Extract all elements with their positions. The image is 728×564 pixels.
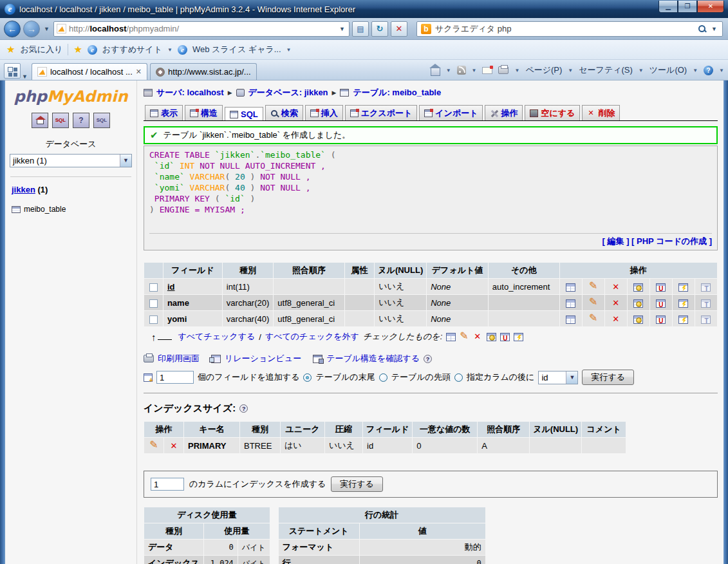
address-dropdown-icon[interactable]: ▼ — [338, 26, 346, 32]
favorites-star-icon[interactable]: ★ — [6, 44, 15, 55]
history-dropdown-icon[interactable]: ▼ — [42, 26, 51, 32]
rss-icon[interactable] — [457, 66, 466, 75]
browse-icon[interactable] — [566, 315, 575, 324]
address-bar[interactable]: http://localhost/phpmyadmin/ ▼ — [53, 21, 350, 37]
safety-caret[interactable]: ▼ — [639, 68, 644, 73]
rss-caret[interactable]: ▼ — [472, 68, 477, 73]
tab-close-icon[interactable]: ✕ — [136, 68, 142, 76]
tab-sql[interactable]: SQL — [225, 107, 263, 120]
change-icon[interactable] — [588, 281, 599, 292]
tab-search[interactable]: 検索 — [265, 105, 303, 120]
tab-export[interactable]: エクスポート — [345, 105, 418, 120]
database-select[interactable]: jikken (1) ▼ — [10, 154, 132, 167]
primary-key-icon[interactable] — [633, 283, 643, 292]
index-icon[interactable] — [678, 299, 688, 308]
maximize-button[interactable]: ❐ — [678, 1, 697, 13]
print-caret[interactable]: ▼ — [514, 68, 519, 73]
change-icon[interactable] — [588, 297, 599, 308]
check-all-link[interactable]: すべてチェックする — [178, 331, 256, 343]
tab-import[interactable]: インポート — [419, 105, 483, 120]
suggested-sites-caret[interactable]: ▼ — [167, 47, 173, 53]
home-caret[interactable]: ▼ — [446, 68, 451, 73]
primary-key-icon[interactable] — [633, 315, 643, 324]
drop-index-icon[interactable] — [169, 442, 178, 451]
home-icon[interactable] — [431, 68, 440, 76]
select-arrow-icon[interactable]: ▼ — [120, 155, 131, 167]
back-button[interactable]: ← — [4, 21, 21, 37]
drop-icon[interactable] — [611, 315, 621, 324]
row-checkbox[interactable] — [149, 283, 158, 292]
row-checkbox[interactable] — [149, 315, 158, 324]
add-field-count-input[interactable] — [156, 371, 194, 384]
edit-index-icon[interactable] — [149, 440, 159, 451]
relation-view-link[interactable]: リレーションビュー — [225, 353, 301, 364]
breadcrumb-server[interactable]: サーバ: localhost — [156, 87, 224, 99]
column-select[interactable]: id ▼ — [538, 371, 578, 384]
tab-drop[interactable]: 削除 — [582, 105, 620, 120]
radio-after-column-label[interactable]: 指定カラムの後に — [467, 371, 535, 383]
change-icon[interactable] — [588, 314, 599, 324]
tools-caret[interactable]: ▼ — [693, 68, 698, 73]
breadcrumb-database[interactable]: データベース: jikken — [248, 87, 328, 99]
page-caret[interactable]: ▼ — [568, 68, 573, 73]
compatibility-view-button[interactable]: ▤ — [352, 21, 369, 37]
primary-key-icon[interactable] — [633, 299, 643, 308]
row-checkbox[interactable] — [149, 299, 158, 308]
print-view-link[interactable]: 印刷用画面 — [158, 353, 200, 364]
tab-browse[interactable]: 表示 — [145, 105, 183, 120]
drop-icon[interactable] — [474, 332, 483, 341]
tab-empty[interactable]: 空にする — [525, 105, 580, 120]
forward-button[interactable]: → — [23, 21, 40, 37]
go-button[interactable]: 実行する — [331, 476, 383, 492]
webslice-caret[interactable]: ▼ — [286, 47, 292, 53]
change-icon[interactable] — [460, 332, 470, 342]
add-favorite-icon[interactable]: ★ — [73, 44, 82, 55]
mail-icon[interactable] — [482, 67, 492, 74]
pma-help-button[interactable]: ? — [73, 113, 89, 128]
select-arrow-icon[interactable]: ▼ — [566, 371, 577, 384]
suggested-sites-button[interactable]: おすすめサイト — [102, 44, 162, 55]
tab-structure[interactable]: 構造 — [185, 105, 223, 120]
page-menu[interactable]: ページ(P) — [525, 64, 562, 76]
browse-icon[interactable] — [566, 283, 575, 292]
create-php-code-link[interactable]: [ PHP コードの作成 ] — [631, 236, 712, 246]
drop-icon[interactable] — [611, 283, 621, 292]
safety-menu[interactable]: セーフティ(S) — [579, 64, 633, 76]
radio-table-begin[interactable] — [379, 373, 387, 382]
sql-window-button[interactable]: SQL — [52, 113, 69, 128]
close-button[interactable]: ✕ — [697, 1, 724, 13]
radio-table-end[interactable] — [303, 373, 312, 382]
help-icon[interactable]: ? — [424, 355, 432, 363]
drop-icon[interactable] — [611, 299, 621, 308]
search-icon[interactable] — [698, 25, 706, 33]
tab-active[interactable]: localhost / localhost ... ✕ — [32, 63, 147, 80]
index-icon[interactable] — [678, 283, 688, 292]
edit-sql-link[interactable]: [ 編集 ] — [602, 236, 630, 246]
stop-button[interactable]: ✕ — [391, 21, 407, 37]
tab-inactive[interactable]: http://www.sist.ac.jp/... — [150, 63, 257, 80]
unique-icon[interactable] — [500, 333, 510, 341]
search-input[interactable]: サクラエディタ php — [435, 23, 695, 35]
propose-structure-link[interactable]: テーブル構造を確認する — [326, 353, 420, 364]
unique-icon[interactable] — [656, 315, 666, 324]
address-text[interactable]: http://localhost/phpmyadmin/ — [69, 24, 335, 33]
index-icon[interactable] — [514, 333, 523, 341]
query-window-button[interactable]: SQL — [93, 113, 110, 128]
help-icon[interactable]: ? — [239, 404, 248, 413]
search-dropdown-icon[interactable]: ▼ — [710, 26, 718, 32]
index-columns-input[interactable] — [151, 478, 184, 491]
minimize-button[interactable]: ▁ — [658, 1, 678, 13]
index-icon[interactable] — [678, 315, 688, 324]
quick-tabs-button[interactable] — [4, 63, 21, 79]
unique-icon[interactable] — [656, 283, 666, 292]
radio-table-begin-label[interactable]: テーブルの先頭 — [391, 371, 451, 383]
pma-home-button[interactable] — [32, 113, 48, 128]
refresh-button[interactable]: ↻ — [371, 21, 388, 37]
print-icon[interactable] — [498, 66, 509, 74]
radio-table-end-label[interactable]: テーブルの末尾 — [315, 371, 375, 383]
database-link[interactable]: jikken — [12, 185, 35, 194]
table-link[interactable]: meibo_table — [24, 205, 66, 214]
help-caret[interactable]: ▼ — [719, 68, 724, 73]
webslice-button[interactable]: Web スライス ギャラ... — [192, 44, 281, 55]
browse-icon[interactable] — [566, 299, 575, 308]
